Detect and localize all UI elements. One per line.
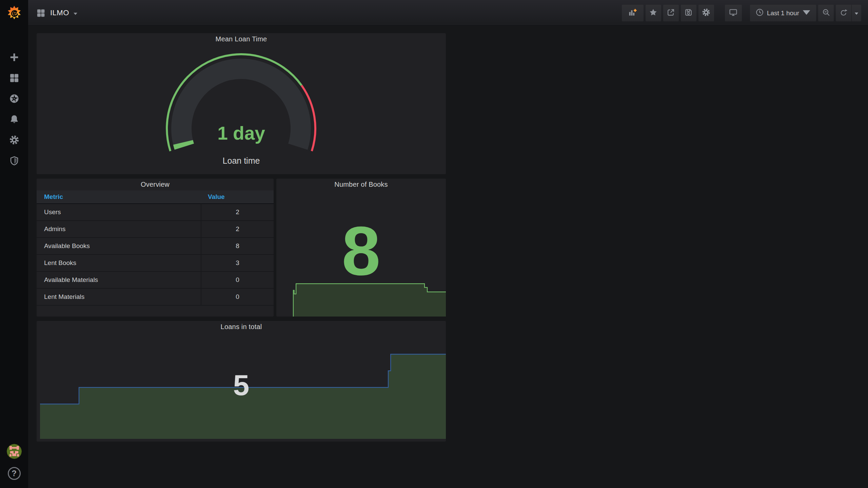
sidebar-item-configuration[interactable] [0,130,28,151]
gauge-label: Loan time [37,156,446,166]
add-panel-button[interactable] [622,5,644,21]
chevron-down-icon [802,8,811,18]
zoom-out-icon [822,8,830,18]
zoom-out-time-button[interactable] [818,5,834,21]
panel-mean-loan-time: Mean Loan Time 1 day Loan time [37,33,446,174]
value-cell: 0 [201,271,274,288]
sidebar-item-dashboards[interactable] [0,68,28,89]
time-range-picker[interactable]: Last 1 hour [750,5,816,21]
table-row: Lent Materials 0 [37,289,274,306]
sidebar: ? [0,0,28,488]
table-row: Users 2 [37,204,274,221]
share-dashboard-button[interactable] [663,5,679,21]
table-row: Available Books 8 [37,238,274,255]
dashboards-grid-icon [9,73,19,84]
panel-title[interactable]: Number of Books [276,179,446,190]
metric-cell: Available Materials [37,276,201,284]
chevron-down-icon [854,10,859,16]
sidebar-item-create[interactable] [0,47,28,68]
panel-number-of-books: Number of Books 8 [276,179,446,317]
refresh-button[interactable] [836,5,851,21]
overview-table: Metric Value Users 2 Admins 2 Available … [37,190,274,306]
alerting-bell-icon [9,114,19,126]
help-glyph: ? [12,469,17,478]
table-row: Admins 2 [37,221,274,238]
value-cell: 3 [201,255,274,271]
settings-gear-icon [702,8,710,18]
sidebar-menu [0,47,28,171]
star-icon [649,8,657,18]
value-cell: 8 [201,238,274,255]
metric-cell: Users [37,208,201,216]
refresh-interval-dropdown[interactable] [852,5,861,21]
monitor-icon [729,8,737,18]
dashboard-grid-icon [36,8,45,18]
value-cell: 0 [201,288,274,305]
sidebar-item-explore[interactable] [0,89,28,109]
sidebar-item-server-admin[interactable] [0,151,28,171]
grafana-dashboard: ? ILMO [0,0,868,488]
sidebar-item-alerting[interactable] [0,109,28,130]
refresh-icon [840,8,848,18]
help-icon[interactable]: ? [8,467,21,480]
share-icon [667,8,675,18]
breadcrumb: ILMO [36,0,78,26]
explore-compass-icon [9,94,19,105]
column-header-metric[interactable]: Metric [37,193,201,201]
gear-icon [9,135,19,146]
panel-title[interactable]: Mean Loan Time [37,33,446,45]
dashboard-title: ILMO [50,8,69,17]
gauge-value: 1 day [37,122,446,144]
save-icon [684,8,693,18]
metric-cell: Admins [37,225,201,233]
metric-cell: Lent Books [37,259,201,267]
singlestat-value: 8 [276,216,446,285]
add-panel-icon [628,8,637,18]
gauge-chart [37,33,446,174]
topbar: ILMO [28,0,868,26]
table-row: Available Materials 0 [37,272,274,289]
clock-icon [755,8,764,18]
table-row: Lent Books 3 [37,255,274,272]
metric-cell: Available Books [37,242,201,250]
table-header-row: Metric Value [37,190,274,204]
topbar-actions: Last 1 hour [622,5,861,21]
cycle-view-mode-button[interactable] [725,5,742,21]
singlestat-value: 5 [37,370,446,400]
panel-title[interactable]: Overview [37,179,274,190]
panel-loans-in-total: 5 Loans in total [37,321,446,442]
refresh-button-group [836,5,861,21]
panel-title[interactable]: Loans in total [37,321,446,333]
sidebar-bottom: ? [0,444,28,488]
dashboard-title-dropdown[interactable]: ILMO [50,8,78,17]
shield-icon [9,156,19,167]
chevron-down-icon [73,8,78,17]
metric-cell: Lent Materials [37,293,201,301]
value-cell: 2 [201,221,274,238]
panel-overview: Overview Metric Value Users 2 Admins 2 A… [37,179,274,317]
plus-icon [9,52,19,64]
time-range-label: Last 1 hour [767,9,799,17]
value-cell: 2 [201,204,274,221]
column-header-value[interactable]: Value [201,193,274,201]
dashboard-settings-button[interactable] [698,5,714,21]
user-avatar[interactable] [7,444,22,459]
star-dashboard-button[interactable] [646,5,661,21]
save-dashboard-button[interactable] [681,5,696,21]
grafana-logo[interactable] [6,5,22,21]
